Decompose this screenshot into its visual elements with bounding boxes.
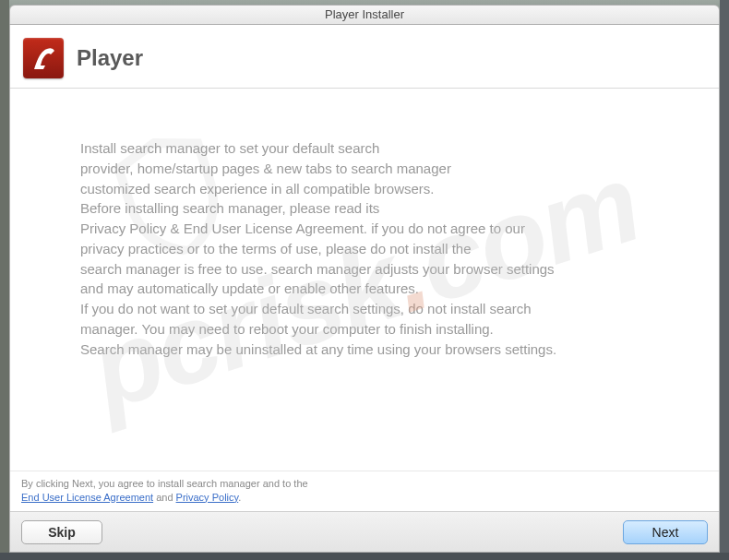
period: . <box>238 492 241 503</box>
body-line: If you do not want to set your default s… <box>80 299 673 319</box>
background-left <box>0 0 9 560</box>
button-bar: Skip Next <box>10 511 719 552</box>
agreement-text: By clicking Next, you agree to install s… <box>10 471 719 511</box>
next-button[interactable]: Next <box>623 520 708 544</box>
flash-player-icon <box>23 38 64 78</box>
background-bottom <box>0 553 729 560</box>
body-line: Privacy Policy & End User License Agreem… <box>80 219 673 239</box>
header: Player <box>10 25 719 88</box>
body-line: manager. You may need to reboot your com… <box>80 319 673 340</box>
body-line: customized search experience in all comp… <box>80 179 673 199</box>
body-line: privacy practices or to the terms of use… <box>80 239 673 259</box>
header-title: Player <box>77 45 143 71</box>
skip-button[interactable]: Skip <box>21 520 102 544</box>
footer: By clicking Next, you agree to install s… <box>10 471 719 552</box>
and-label: and <box>153 492 175 503</box>
privacy-link[interactable]: Privacy Policy <box>176 492 239 503</box>
window-titlebar: Player Installer <box>9 5 720 25</box>
body-line: Search manager may be uninstalled at any… <box>80 340 673 360</box>
agree-prefix: By clicking Next, you agree to install s… <box>21 478 308 489</box>
installer-window: Player Install search manager to set you… <box>9 25 720 553</box>
background-right <box>720 0 729 560</box>
body-line: Before installing search manager, please… <box>80 198 673 219</box>
window-title: Player Installer <box>325 7 404 21</box>
body-line: search manager is free to use. search ma… <box>80 259 673 280</box>
body-line: and may automatically update or enable o… <box>80 279 673 299</box>
body-text: Install search manager to set your defau… <box>10 89 719 377</box>
body-line: provider, home/startup pages & new tabs … <box>80 159 673 179</box>
body-line: Install search manager to set your defau… <box>80 138 673 159</box>
eula-link[interactable]: End User License Agreement <box>21 492 153 503</box>
